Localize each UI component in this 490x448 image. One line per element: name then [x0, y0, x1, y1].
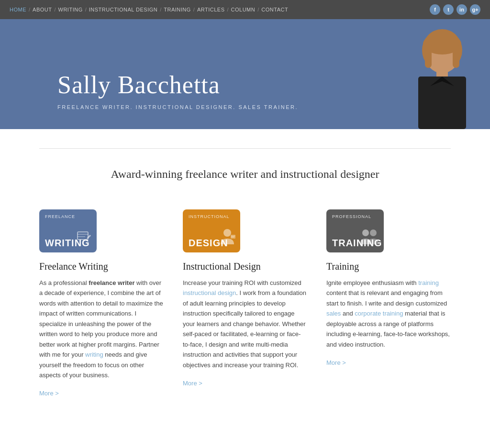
svg-point-12 [223, 229, 231, 237]
linkedin-icon[interactable]: in [457, 4, 467, 15]
nav-sep-1: / [29, 7, 30, 12]
svg-rect-13 [231, 235, 235, 239]
training-more-link[interactable]: More > [326, 359, 346, 366]
nav-writing[interactable]: WRITING [58, 7, 83, 12]
training-title: Training [326, 261, 451, 272]
person-svg [404, 24, 480, 129]
writing-more-link[interactable]: More > [39, 390, 59, 397]
nav-instructional-design[interactable]: INSTRUCTIONAL DESIGN [89, 7, 157, 12]
nav-training[interactable]: TRAINING [164, 7, 191, 12]
design-title: Instructional Design [183, 261, 307, 272]
training-people-icon [359, 228, 380, 249]
writing-body: As a professional freelance writer with … [39, 278, 164, 380]
twitter-icon[interactable]: t [443, 4, 454, 15]
sales-link[interactable]: sales [326, 310, 341, 317]
hero-image [404, 24, 480, 129]
writing-pencil-icon [76, 228, 93, 249]
writing-icon-label-top: Freelance [45, 214, 75, 219]
hero-subtitle: FREELANCE WRITER. INSTRUCTIONAL DESIGNER… [57, 104, 433, 110]
writing-title: Freelance Writing [39, 261, 164, 272]
svg-point-16 [362, 229, 369, 236]
hero-section: Sally Bacchetta FREELANCE WRITER. INSTRU… [0, 19, 490, 129]
nav-sep-2: / [54, 7, 56, 12]
service-training: Professional TRAINING Training Ignite em… [326, 209, 451, 367]
nav-articles[interactable]: ARTICLES [197, 7, 225, 12]
training-body: Ignite employee enthusiasm with training… [326, 278, 451, 350]
nav-about[interactable]: ABOUT [33, 7, 52, 12]
nav-sep-4: / [160, 7, 161, 12]
services-grid: Freelance WRITING Freelance Writing As a… [39, 209, 451, 397]
social-icons: f t in g+ [430, 4, 480, 15]
nav-sep-7: / [257, 7, 259, 12]
divider [39, 148, 451, 149]
service-writing: Freelance WRITING Freelance Writing As a… [39, 209, 164, 397]
nav-contact[interactable]: CONTACT [261, 7, 288, 12]
design-more-link[interactable]: More > [183, 380, 202, 387]
svg-rect-7 [418, 76, 466, 129]
writing-icon-box: Freelance WRITING [39, 209, 97, 252]
facebook-icon[interactable]: f [430, 4, 440, 15]
nav-sep-3: / [85, 7, 87, 12]
svg-rect-3 [425, 44, 432, 68]
writing-link[interactable]: writing [85, 351, 103, 358]
training-icon-label-top: Professional [332, 214, 371, 219]
nav-sep-5: / [193, 7, 195, 12]
hero-text: Sally Bacchetta FREELANCE WRITER. INSTRU… [57, 71, 433, 129]
main-content: Award-winning freelance writer and instr… [30, 129, 460, 426]
navbar: HOME / ABOUT / WRITING / INSTRUCTIONAL D… [0, 0, 490, 19]
tagline: Award-winning freelance writer and instr… [39, 168, 451, 181]
nav-home[interactable]: HOME [10, 7, 26, 12]
design-icon-label-top: Instructional [189, 214, 230, 219]
service-design: Instructional DESIGN Instructional Desig… [183, 209, 307, 387]
googleplus-icon[interactable]: g+ [470, 4, 480, 15]
nav-links: HOME / ABOUT / WRITING / INSTRUCTIONAL D… [10, 7, 288, 12]
svg-rect-4 [453, 44, 459, 68]
hero-name: Sally Bacchetta [57, 71, 433, 98]
nav-sep-6: / [227, 7, 229, 12]
design-person-icon [218, 228, 236, 249]
training-icon-box: Professional TRAINING [326, 209, 384, 252]
instructional-design-link[interactable]: instructional design [183, 289, 236, 296]
corporate-training-link[interactable]: corporate training [355, 310, 403, 317]
design-body: Increase your training ROI with customiz… [183, 278, 307, 370]
design-icon-box: Instructional DESIGN [183, 209, 240, 252]
nav-column[interactable]: COLUMN [231, 7, 256, 12]
training-link[interactable]: training [418, 279, 439, 286]
svg-point-17 [370, 229, 377, 236]
svg-rect-9 [78, 232, 88, 240]
